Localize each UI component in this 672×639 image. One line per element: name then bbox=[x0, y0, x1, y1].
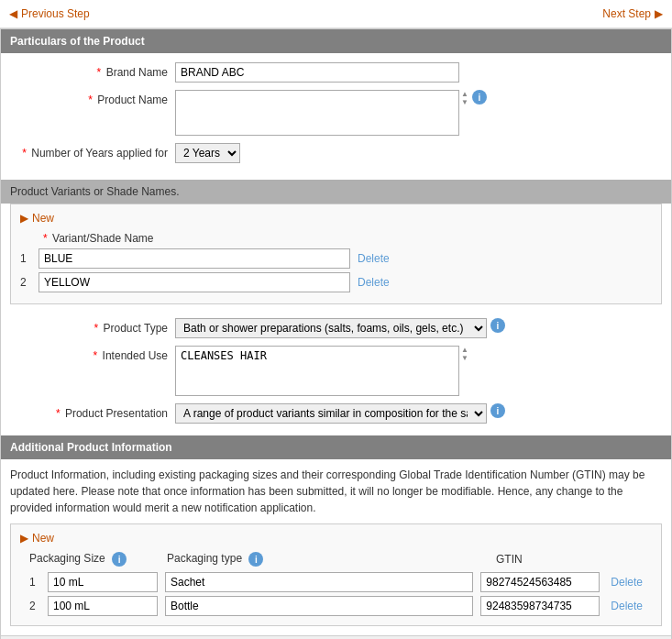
packaging-gtin-input-2[interactable] bbox=[480, 596, 600, 616]
packaging-size-col-header: Packaging Size i bbox=[29, 552, 167, 567]
previous-step-label: Previous Step bbox=[21, 7, 90, 20]
variant-row-1-num: 1 bbox=[20, 252, 39, 265]
variants-new-arrow: ▶ bbox=[20, 212, 28, 225]
packaging-row-1-num: 1 bbox=[29, 576, 48, 589]
textarea-scroll-down[interactable]: ▼ bbox=[461, 98, 468, 106]
product-type-info-icon[interactable]: i bbox=[490, 318, 505, 333]
product-presentation-label: * Product Presentation bbox=[15, 403, 175, 420]
variants-section-header: Product Variants or Shade Names. bbox=[1, 180, 671, 204]
years-label: * Number of Years applied for bbox=[15, 143, 175, 160]
packaging-row-2-num: 2 bbox=[29, 600, 48, 612]
prev-arrow-icon: ◀ bbox=[9, 7, 17, 20]
product-presentation-row: * Product Presentation A range of produc… bbox=[15, 403, 657, 424]
variants-column-header: * Variant/Shade Name bbox=[20, 232, 652, 245]
intended-scroll-down[interactable]: ▼ bbox=[461, 354, 468, 362]
brand-name-input[interactable] bbox=[175, 62, 459, 83]
particulars-header: Particulars of the Product bbox=[1, 29, 671, 53]
packaging-delete-1[interactable]: Delete bbox=[611, 576, 643, 589]
packaging-size-input-1[interactable] bbox=[48, 572, 158, 592]
product-type-section: * Product Type Bath or shower preparatio… bbox=[1, 314, 671, 435]
product-presentation-info-icon[interactable]: i bbox=[490, 403, 505, 418]
product-name-row: * Product Name ▲ ▼ i bbox=[15, 90, 657, 136]
previous-step-link[interactable]: ◀ Previous Step bbox=[9, 7, 90, 20]
packaging-type-input-1[interactable] bbox=[165, 572, 473, 592]
years-select[interactable]: 2 Years 1 Year 3 Years bbox=[175, 143, 240, 163]
brand-name-row: * Brand Name bbox=[15, 62, 657, 83]
intended-use-row: * Intended Use CLEANSES HAIR ▲ ▼ bbox=[15, 346, 657, 396]
next-step-link[interactable]: Next Step ▶ bbox=[602, 7, 663, 20]
variants-inner: ▶ New * Variant/Shade Name 1 Delete 2 De… bbox=[11, 204, 661, 303]
variant-delete-1[interactable]: Delete bbox=[358, 252, 390, 265]
variant-row-2-num: 2 bbox=[20, 276, 39, 289]
packaging-type-col-header: Packaging type i bbox=[167, 552, 496, 567]
product-type-row: * Product Type Bath or shower preparatio… bbox=[15, 318, 657, 338]
variants-new-link[interactable]: ▶ New bbox=[20, 212, 652, 225]
packaging-delete-2[interactable]: Delete bbox=[611, 600, 643, 612]
next-step-label: Next Step bbox=[602, 7, 651, 20]
textarea-scroll-up[interactable]: ▲ bbox=[461, 90, 468, 98]
variant-delete-2[interactable]: Delete bbox=[358, 276, 390, 289]
packaging-new-arrow: ▶ bbox=[20, 532, 28, 545]
horizontal-scrollbar[interactable]: ◀ ▶ bbox=[1, 635, 671, 639]
intended-use-input[interactable]: CLEANSES HAIR bbox=[175, 346, 459, 396]
intended-scroll-up[interactable]: ▲ bbox=[461, 346, 468, 354]
product-name-info-icon[interactable]: i bbox=[472, 90, 487, 105]
variant-row-2: 2 Delete bbox=[20, 272, 652, 292]
variants-subsection: ▶ New * Variant/Shade Name 1 Delete 2 De… bbox=[10, 204, 662, 304]
particulars-form: * Brand Name * Product Name ▲ ▼ i bbox=[1, 53, 671, 180]
variant-input-2[interactable] bbox=[39, 272, 350, 292]
packaging-size-input-2[interactable] bbox=[48, 596, 158, 616]
additional-info-header: Additional Product Information bbox=[1, 435, 671, 459]
packaging-row-1: 1 Delete bbox=[20, 570, 652, 594]
years-row: * Number of Years applied for 2 Years 1 … bbox=[15, 143, 657, 163]
intended-use-label: * Intended Use bbox=[15, 346, 175, 362]
packaging-new-link[interactable]: ▶ New bbox=[20, 532, 652, 545]
top-navigation: ◀ Previous Step Next Step ▶ bbox=[0, 0, 672, 28]
next-arrow-icon: ▶ bbox=[655, 7, 663, 20]
product-presentation-select[interactable]: A range of product variants similar in c… bbox=[175, 403, 487, 424]
packaging-column-headers: Packaging Size i Packaging type i GTIN bbox=[20, 552, 652, 570]
packaging-subsection: ▶ New Packaging Size i Packaging type i … bbox=[10, 523, 662, 626]
variant-input-1[interactable] bbox=[39, 248, 350, 269]
packaging-type-input-2[interactable] bbox=[165, 596, 473, 616]
packaging-gtin-col-header: GTIN bbox=[496, 553, 643, 566]
additional-info-description: Product Information, including existing … bbox=[1, 459, 671, 523]
packaging-size-info-icon[interactable]: i bbox=[112, 552, 127, 567]
product-type-select[interactable]: Bath or shower preparations (salts, foam… bbox=[175, 318, 487, 338]
packaging-type-info-icon[interactable]: i bbox=[248, 552, 263, 567]
main-container: Particulars of the Product * Brand Name … bbox=[0, 28, 672, 639]
variant-row-1: 1 Delete bbox=[20, 248, 652, 269]
brand-name-label: * Brand Name bbox=[15, 62, 175, 79]
packaging-gtin-input-1[interactable] bbox=[480, 572, 600, 592]
product-name-label: * Product Name bbox=[15, 90, 175, 106]
product-name-input[interactable] bbox=[175, 90, 459, 136]
packaging-inner: ▶ New Packaging Size i Packaging type i … bbox=[11, 524, 661, 625]
product-type-label: * Product Type bbox=[15, 318, 175, 335]
packaging-row-2: 2 Delete bbox=[20, 594, 652, 618]
